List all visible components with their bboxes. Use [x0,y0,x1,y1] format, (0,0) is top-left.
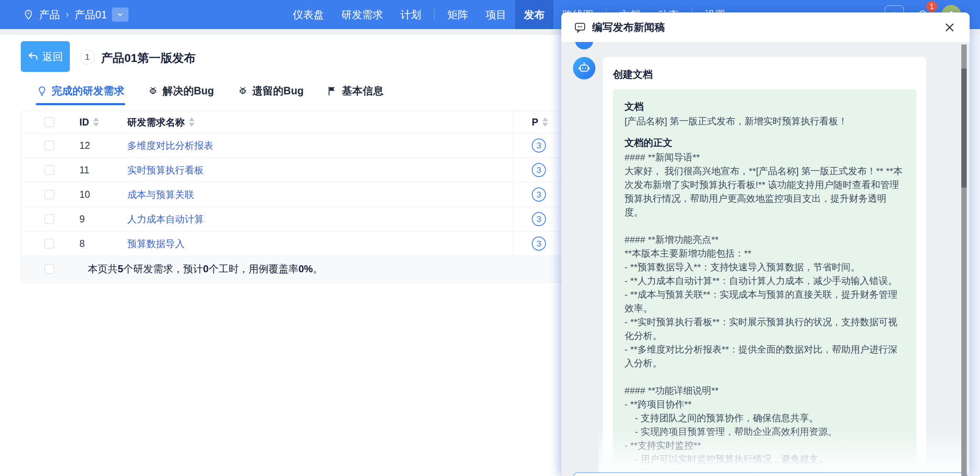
scrollbar-thumb[interactable] [961,69,967,187]
column-header-name: 研发需求名称 [127,116,185,128]
tab-remaining-bugs[interactable]: 遗留的Bug [237,84,304,105]
doc-line [625,219,905,233]
tab-resolved-bugs[interactable]: 解决的Bug [148,84,214,105]
priority-badge: 3 [532,237,546,251]
notification-count-badge: 1 [926,1,937,12]
column-header-priority: P [532,116,538,128]
doc-line: - **人力成本自动计算**：自动计算人力成本，减少手动输入错误。 [625,274,905,288]
tab-label: 遗留的Bug [252,84,304,98]
select-all-checkbox[interactable] [44,117,54,127]
release-index-badge: 1 [80,49,95,64]
page-title: 产品01第一版发布 [101,50,195,66]
product-pin-icon [23,9,34,20]
doc-heading-title: 文档 [625,99,905,114]
requirement-link[interactable]: 多维度对比分析报表 [127,139,213,152]
panel-header: 编写发布新闻稿 [561,12,970,42]
summary-checkbox[interactable] [44,264,54,274]
bulb-icon [37,86,47,96]
chat-bubble-icon [574,21,586,34]
robot-icon [578,62,591,75]
bug-icon [237,86,248,96]
panel-scrollbar[interactable] [961,44,967,476]
row-checkbox[interactable] [44,239,54,249]
nav-item-project[interactable]: 项目 [477,0,515,29]
requirement-id: 10 [79,189,90,200]
priority-badge: 3 [532,163,546,177]
assistant-avatar [573,57,595,79]
panel-body: 创建文档 文档 [产品名称] 第一版正式发布，新增实时预算执行看板！ 文档的正文… [561,42,970,476]
doc-line: - **实时预算执行看板**：实时展示预算执行的状况，支持数据可视化分析。 [625,315,905,343]
row-checkbox[interactable] [44,215,54,224]
sort-control-name[interactable] [189,118,195,127]
sort-control-priority[interactable] [542,118,548,127]
previous-avatar-peek [575,42,593,49]
column-divider [513,183,513,207]
requirement-link[interactable]: 成本与预算关联 [127,188,194,201]
nav-item-plan[interactable]: 计划 [392,0,430,29]
row-checkbox[interactable] [44,141,54,150]
column-divider [513,232,513,256]
priority-badge: 3 [532,212,546,226]
right-edge-strip [970,35,980,476]
content-fade-overlay [599,428,965,476]
doc-line: #### **功能详细说明** [625,384,905,397]
close-icon [944,22,955,33]
back-arrow-icon [28,51,39,62]
nav-item-dashboard[interactable]: 仪表盘 [284,0,333,29]
column-divider [513,158,513,182]
assistant-message-card: 创建文档 文档 [产品名称] 第一版正式发布，新增实时预算执行看板！ 文档的正文… [603,57,926,476]
doc-line: - **预算数据导入**：支持快速导入预算数据，节省时间。 [625,260,905,274]
nav-item-requirements[interactable]: 研发需求 [333,0,392,29]
doc-line [625,370,905,384]
requirement-id: 9 [79,214,85,225]
press-release-panel: 编写发布新闻稿 创建文档 文档 [产品名称] 第一版正式发布，新增实时预算执行看… [561,12,970,476]
tab-label: 基本信息 [342,84,383,98]
nav-item-matrix[interactable]: 矩阵 [439,0,477,29]
doc-body: #### **新闻导语** 大家好， 我们很高兴地宣布，**[产品名称] 第一版… [625,150,905,476]
app-screen: 产品 › 产品01 仪表盘 研发需求 计划 矩阵 项目 发布 路线图 文档 动态… [0,0,980,476]
flag-icon [327,86,338,96]
doc-line: - **多维度对比分析报表**：提供全面的数据对比，帮助用户进行深入分析。 [625,343,905,370]
requirement-link[interactable]: 实时预算执行看板 [127,164,204,177]
doc-heading-body: 文档的正文 [625,135,905,150]
nav-item-release[interactable]: 发布 [515,0,553,29]
product-switcher-button[interactable] [112,7,128,22]
tab-label: 解决的Bug [163,84,214,98]
doc-line: #### **新增功能亮点** [625,233,905,247]
doc-line: - **跨项目协作** [625,397,905,411]
column-divider [513,111,513,133]
priority-badge: 3 [532,187,546,202]
close-panel-button[interactable] [942,20,957,35]
tab-label: 完成的研发需求 [52,84,124,98]
doc-line: - 支持团队之间的预算协作，确保信息共享。 [625,411,905,425]
panel-title: 编写发布新闻稿 [592,20,665,34]
breadcrumb-current[interactable]: 产品01 [74,8,107,22]
doc-line: **本版本主要新增功能包括：** [625,247,905,260]
requirement-id: 8 [79,238,85,249]
doc-line: #### **新闻导语** [625,150,905,164]
requirement-link[interactable]: 预算数据导入 [127,237,185,250]
tab-basic-info[interactable]: 基本信息 [327,84,383,105]
chat-input[interactable] [573,472,968,476]
tab-completed-requirements[interactable]: 完成的研发需求 [37,84,124,105]
breadcrumb-root[interactable]: 产品 [39,8,60,22]
row-checkbox[interactable] [44,190,54,200]
bug-icon [148,86,158,96]
column-divider [513,133,513,158]
doc-line: - **成本与预算关联**：实现成本与预算的直接关联，提升财务管理效率。 [625,288,905,315]
nav-divider [434,8,434,21]
priority-badge: 3 [532,138,546,153]
requirement-id: 12 [79,140,90,151]
doc-subtitle: [产品名称] 第一版正式发布，新增实时预算执行看板！ [625,114,905,128]
column-header-id: ID [79,116,89,128]
requirement-link[interactable]: 人力成本自动计算 [127,213,204,226]
sort-control-id[interactable] [93,118,99,127]
back-button[interactable]: 返回 [21,41,70,72]
row-checkbox[interactable] [44,165,54,175]
chevron-down-icon [116,10,124,19]
release-tabs: 完成的研发需求 解决的Bug 遗留的Bug 基本信息 [37,84,383,105]
breadcrumb-separator: › [66,9,69,20]
doc-line: 大家好， 我们很高兴地宣布，**[产品名称] 第一版正式发布！** **本次发布… [625,164,905,219]
column-divider [513,207,513,231]
message-title: 创建文档 [613,68,916,81]
